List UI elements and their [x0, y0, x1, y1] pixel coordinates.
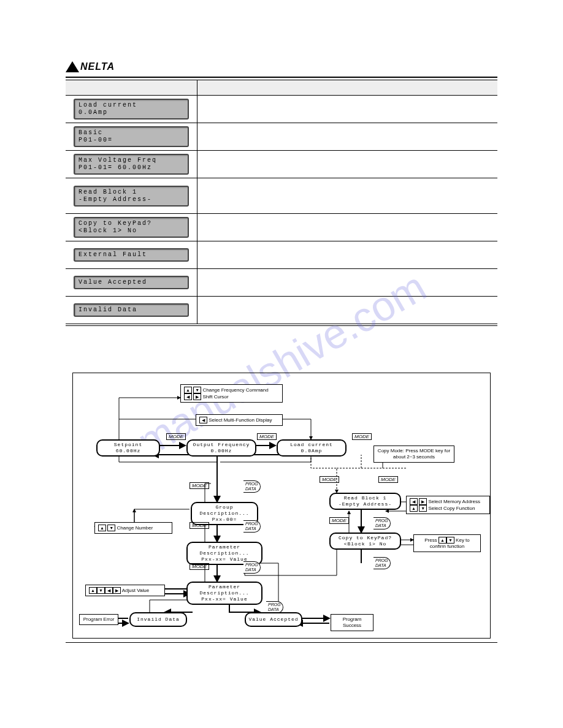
brand-logo: NELTA	[66, 61, 115, 72]
up-arrow-icon: ▲	[410, 505, 418, 512]
down-arrow-icon: ▼	[193, 387, 201, 393]
node-read-block: Read Block 1-Empty Address-	[329, 493, 401, 510]
down-arrow-icon: ▼	[97, 587, 105, 594]
mode-label: MODE	[190, 522, 209, 529]
mode-label: MODE	[190, 482, 209, 489]
left-arrow-icon: ◀	[199, 417, 207, 423]
mode-label: MODE	[378, 476, 398, 483]
lcd-copy-keypad: Copy to KeyPad?<Block 1> No	[74, 217, 189, 238]
select-memory-box: ◀ ▶ Select Memory Address ▲ ▼ Select Cop…	[406, 496, 490, 514]
node-output-freq: Output Frequency 0.00Hz	[186, 439, 256, 457]
lcd-read-block: Read Block 1-Empty Address-	[74, 186, 189, 207]
prog-data-label: PROGDATA	[243, 561, 261, 574]
lcd-load-current: Load current 0.0Amp	[74, 99, 189, 119]
node-setpoint: Setpoint 60.00Hz	[96, 439, 160, 457]
lcd-external-fault: External Fault	[74, 248, 189, 262]
program-error-box: Program Error	[79, 614, 118, 625]
down-arrow-icon: ▼	[446, 537, 454, 544]
up-arrow-icon: ▲	[184, 387, 192, 393]
select-multi-display: ◀ Select Multi-Function Display	[196, 414, 283, 426]
flowchart: ▲ ▼ Change Frequency Command ◀ ▶ Shift C…	[72, 373, 491, 639]
mode-label: MODE	[352, 433, 372, 440]
prog-data-label: PROGDATA	[243, 480, 261, 493]
press-key-confirm: Press ▲▼ Key to confirm function	[413, 534, 481, 552]
copy-mode-note: Copy Mode: Press MODE key for about 2~3 …	[373, 446, 454, 463]
left-arrow-icon: ◀	[184, 393, 192, 400]
lcd-value-accepted: Value Accepted	[74, 276, 189, 289]
prog-data-label: PROGDATA	[243, 520, 261, 533]
left-arrow-icon: ◀	[410, 498, 418, 505]
mode-label: MODE	[190, 563, 209, 570]
prog-data-label: PROGDATA	[373, 517, 391, 529]
right-arrow-icon: ▶	[193, 393, 201, 400]
node-param-desc-2: Parameter Description...Pxx-xx= Value	[186, 582, 262, 605]
node-invalid-data: Invaild Data	[129, 612, 187, 627]
mode-label: MODE	[329, 517, 349, 524]
right-arrow-icon: ▶	[419, 498, 427, 505]
change-number-box: ▲ ▼ Change Number	[94, 522, 172, 534]
mode-label: MODE	[320, 476, 339, 483]
lcd-invalid-data: Invalid Data	[74, 303, 189, 317]
down-arrow-icon: ▼	[107, 525, 115, 531]
lcd-max-voltage: Max Voltage FreqP01-01= 60.00Hz	[74, 154, 189, 175]
right-arrow-icon: ▶	[113, 587, 121, 594]
lcd-basic: BasicP01-00=	[74, 126, 189, 147]
up-arrow-icon: ▲	[89, 587, 97, 594]
up-arrow-icon: ▲	[98, 525, 106, 531]
down-arrow-icon: ▼	[419, 505, 427, 512]
node-copy-keypad: Copy to KeyPad?<Block 1> No	[329, 533, 401, 550]
left-arrow-icon: ◀	[105, 587, 113, 594]
prog-data-label: PROGDATA	[266, 601, 283, 613]
program-success-box: Program Success	[331, 614, 373, 631]
mode-label: MODE	[257, 433, 277, 440]
node-value-accepted: Value Accepted	[245, 612, 302, 627]
up-arrow-icon: ▲	[439, 537, 446, 544]
mode-label: MODE	[166, 433, 186, 440]
legend-freq-cursor: ▲ ▼ Change Frequency Command ◀ ▶ Shift C…	[180, 384, 283, 403]
prog-data-label: PROGDATA	[373, 557, 391, 569]
adjust-value-box: ▲▼◀▶ Adjust Value	[85, 585, 165, 596]
node-load-current: Load current 0.0Amp	[277, 439, 347, 457]
logo-text: NELTA	[80, 61, 115, 72]
lcd-states-table: Load current 0.0Amp BasicP01-00= Max Vol…	[66, 80, 497, 326]
bottom-rule	[66, 642, 497, 643]
